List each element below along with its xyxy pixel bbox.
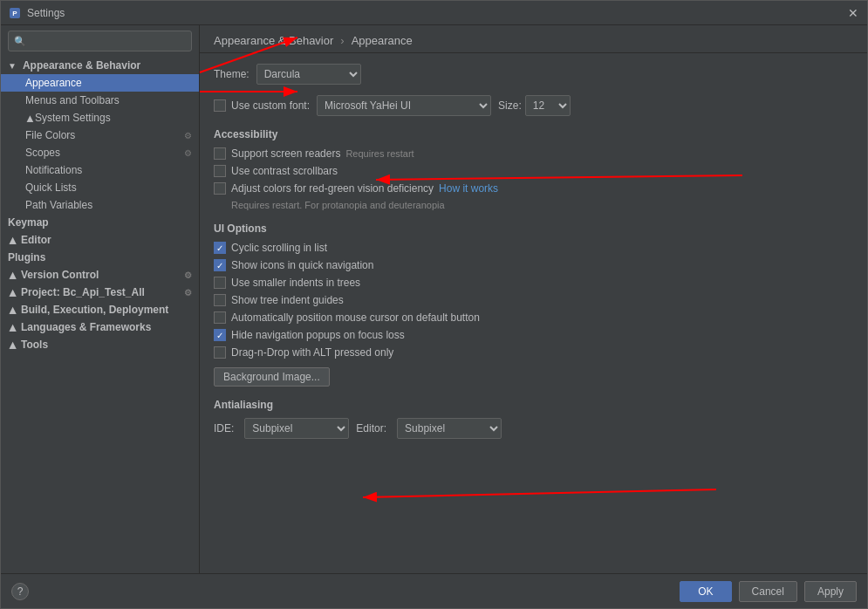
sidebar-item-label: Scopes (25, 147, 60, 159)
help-button[interactable]: ? (11, 583, 29, 600)
drag-alt-row: Drag-n-Drop with ALT pressed only (214, 346, 853, 359)
antialiasing-row: IDE: Subpixel Greyscale None Editor: Sub… (214, 418, 853, 439)
screen-readers-row: Support screen readers Requires restart (214, 147, 853, 160)
close-button[interactable]: ✕ (846, 6, 860, 20)
sidebar-item-editor[interactable]: ▶ Editor (1, 231, 199, 249)
svg-text:P: P (12, 10, 17, 17)
custom-font-checkbox[interactable] (214, 99, 226, 112)
sidebar-item-label: Menus and Toolbars (25, 94, 120, 106)
screen-readers-label: Support screen readers (231, 147, 340, 160)
expand-arrow-icon: ▼ (8, 61, 17, 71)
icons-quick-nav-checkbox[interactable] (214, 259, 226, 271)
sidebar-item-build-execution[interactable]: ▶ Build, Execution, Deployment (1, 301, 199, 318)
auto-cursor-label: Automatically position mouse cursor on d… (231, 311, 480, 324)
expand-arrow-icon: ▶ (7, 271, 17, 278)
sidebar-item-notifications[interactable]: Notifications (1, 161, 199, 179)
smaller-indents-checkbox[interactable] (214, 277, 226, 289)
sidebar-item-label: File Colors (25, 129, 75, 141)
size-select[interactable]: 12 11 13 14 (525, 95, 571, 116)
sidebar-item-tools[interactable]: ▶ Tools (1, 336, 199, 353)
restart-note: Requires restart. For protanopia and deu… (214, 200, 853, 210)
search-icon: 🔍 (14, 36, 26, 47)
tree-indent-guides-row: Show tree indent guides (214, 294, 853, 306)
sidebar-item-label: Editor (21, 234, 51, 246)
color-deficiency-label: Adjust colors for red-green vision defic… (231, 182, 434, 195)
drag-alt-checkbox[interactable] (214, 346, 226, 359)
antialiasing-title: Antialiasing (214, 399, 853, 411)
expand-arrow-icon: ▶ (7, 341, 17, 348)
sidebar-item-quick-lists[interactable]: Quick Lists (1, 179, 199, 196)
custom-font-label: Use custom font: (231, 99, 310, 112)
window-title: Settings (27, 7, 846, 19)
ok-button[interactable]: OK (680, 581, 731, 602)
theme-label: Theme: (214, 68, 249, 80)
auto-cursor-row: Automatically position mouse cursor on d… (214, 311, 853, 324)
sidebar-item-appearance[interactable]: Appearance (1, 74, 199, 92)
cancel-button[interactable]: Cancel (739, 581, 797, 602)
editor-antialiasing-select[interactable]: Subpixel Greyscale None (397, 418, 502, 439)
cyclic-scrolling-checkbox[interactable] (214, 242, 226, 254)
sidebar-item-label: System Settings (35, 112, 111, 124)
apply-button[interactable]: Apply (804, 581, 857, 602)
smaller-indents-label: Use smaller indents in trees (231, 277, 360, 289)
gear-icon: ⚙ (184, 270, 192, 280)
search-input[interactable] (30, 35, 186, 47)
sidebar: 🔍 ▼ Appearance & Behavior Appearance Men… (1, 25, 200, 573)
sidebar-item-label: Quick Lists (25, 181, 77, 194)
hide-nav-popups-checkbox[interactable] (214, 329, 226, 341)
sidebar-item-project[interactable]: ▶ Project: Bc_Api_Test_All ⚙ (1, 284, 199, 301)
sidebar-item-system-settings[interactable]: ▶ System Settings (1, 109, 199, 127)
sidebar-item-file-colors[interactable]: File Colors ⚙ (1, 127, 199, 144)
editor-label: Editor: (356, 422, 386, 435)
sidebar-item-appearance-behavior[interactable]: ▼ Appearance & Behavior (1, 57, 199, 74)
sidebar-item-path-variables[interactable]: Path Variables (1, 196, 199, 214)
expand-arrow-icon: ▶ (24, 114, 34, 121)
background-image-button[interactable]: Background Image... (214, 367, 330, 387)
screen-readers-checkbox[interactable] (214, 147, 226, 160)
how-it-works-link[interactable]: How it works (439, 182, 498, 195)
font-select[interactable]: Microsoft YaHei UI (317, 95, 491, 116)
hide-nav-popups-label: Hide navigation popups on focus loss (231, 329, 405, 341)
sidebar-item-languages-frameworks[interactable]: ▶ Languages & Frameworks (1, 318, 199, 336)
contrast-scrollbars-checkbox[interactable] (214, 165, 226, 177)
tree-indent-guides-checkbox[interactable] (214, 294, 226, 306)
cyclic-scrolling-row: Cyclic scrolling in list (214, 242, 853, 254)
theme-row: Theme: Darcula IntelliJ High Contrast (214, 64, 853, 85)
sidebar-item-label: Appearance (25, 77, 82, 89)
expand-arrow-icon: ▶ (7, 289, 17, 296)
gear-icon: ⚙ (184, 131, 192, 140)
color-deficiency-checkbox[interactable] (214, 182, 226, 195)
drag-alt-label: Drag-n-Drop with ALT pressed only (231, 346, 393, 359)
icons-quick-nav-label: Show icons in quick navigation (231, 259, 373, 271)
accessibility-title: Accessibility (214, 128, 853, 140)
sidebar-item-plugins[interactable]: Plugins (1, 249, 199, 266)
sidebar-item-label: Version Control (21, 269, 99, 281)
ide-antialiasing-select[interactable]: Subpixel Greyscale None (244, 418, 349, 439)
panel-body: Theme: Darcula IntelliJ High Contrast Us… (200, 53, 867, 573)
smaller-indents-row: Use smaller indents in trees (214, 277, 853, 289)
color-deficiency-row: Adjust colors for red-green vision defic… (214, 182, 853, 195)
expand-arrow-icon: ▶ (7, 306, 17, 313)
theme-select[interactable]: Darcula IntelliJ High Contrast (256, 64, 361, 85)
title-bar: P Settings ✕ (1, 1, 867, 25)
app-icon: P (8, 6, 22, 20)
antialiasing-section: Antialiasing IDE: Subpixel Greyscale Non… (214, 399, 853, 439)
sidebar-item-version-control[interactable]: ▶ Version Control ⚙ (1, 266, 199, 284)
contrast-scrollbars-label: Use contrast scrollbars (231, 165, 338, 177)
breadcrumb-current: Appearance (352, 34, 413, 47)
breadcrumb-separator: › (340, 34, 344, 47)
tree-indent-guides-label: Show tree indent guides (231, 294, 344, 306)
contrast-scrollbars-row: Use contrast scrollbars (214, 165, 853, 177)
bottom-bar: ? OK Cancel Apply (1, 573, 867, 608)
sidebar-item-scopes[interactable]: Scopes ⚙ (1, 144, 199, 161)
sidebar-item-label: Path Variables (25, 199, 92, 211)
sidebar-item-menus-toolbars[interactable]: Menus and Toolbars (1, 92, 199, 109)
sidebar-item-label: Keymap (8, 216, 49, 229)
search-box[interactable]: 🔍 (8, 31, 192, 51)
icons-quick-nav-row: Show icons in quick navigation (214, 259, 853, 271)
ui-options-section: UI Options Cyclic scrolling in list Show… (214, 222, 853, 387)
expand-arrow-icon: ▶ (7, 236, 17, 243)
accessibility-section: Accessibility Support screen readers Req… (214, 128, 853, 210)
sidebar-item-keymap[interactable]: Keymap (1, 214, 199, 231)
auto-cursor-checkbox[interactable] (214, 311, 226, 324)
